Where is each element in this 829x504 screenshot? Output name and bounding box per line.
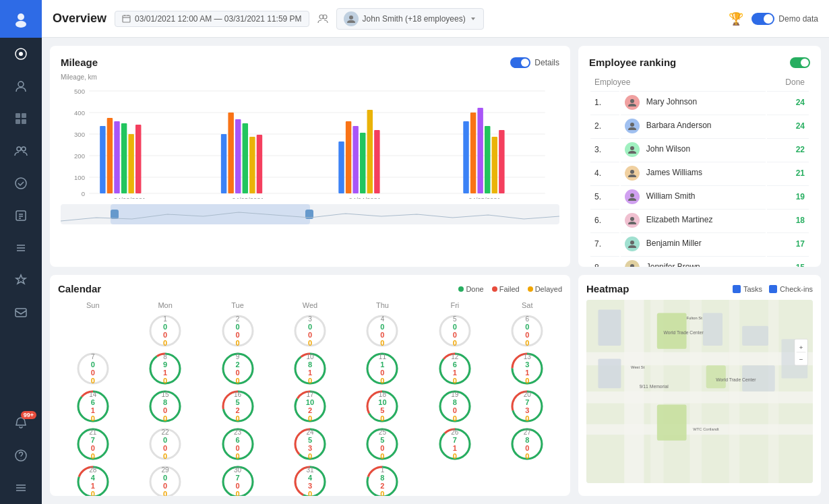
list-item[interactable]: 23 6 0 0 bbox=[203, 427, 272, 462]
done-count: 21 bbox=[767, 162, 809, 184]
svg-rect-66 bbox=[463, 121, 468, 193]
sidebar-item-menu[interactable] bbox=[0, 472, 42, 504]
list-item[interactable]: 13 3 1 0 bbox=[493, 351, 562, 386]
svg-point-75 bbox=[630, 146, 634, 150]
legend-failed: Failed bbox=[499, 285, 520, 293]
notifications-icon[interactable]: 99+ bbox=[0, 407, 42, 439]
list-item[interactable]: 22 0 0 0 bbox=[130, 427, 199, 462]
table-row: 5. William Smith 19 bbox=[590, 185, 809, 208]
mileage-card: Mileage Details Mileage, km 500 bbox=[50, 46, 570, 267]
list-item[interactable]: 11 1 0 0 bbox=[348, 351, 417, 386]
list-item[interactable]: 1 8 2 0 bbox=[348, 464, 417, 496]
list-item[interactable]: 26 7 1 0 bbox=[420, 427, 489, 462]
list-item[interactable]: 29 0 0 0 bbox=[130, 464, 199, 496]
list-item[interactable]: 17 10 2 0 bbox=[275, 389, 344, 424]
list-item[interactable]: 21 7 0 0 bbox=[58, 427, 127, 462]
list-item[interactable]: 4 0 0 0 bbox=[348, 313, 417, 348]
list-item[interactable]: 24 5 3 0 bbox=[275, 427, 344, 462]
list-item[interactable]: 18 10 5 0 bbox=[348, 389, 417, 424]
sidebar-item-help[interactable] bbox=[0, 439, 42, 472]
svg-rect-13 bbox=[16, 211, 26, 220]
svg-rect-172 bbox=[706, 365, 726, 388]
svg-rect-50 bbox=[135, 125, 141, 193]
list-item[interactable]: 15 8 0 0 bbox=[130, 389, 199, 424]
svg-rect-68 bbox=[477, 108, 483, 193]
list-item[interactable]: 6 0 0 0 bbox=[493, 313, 562, 348]
rank-number: 5. bbox=[590, 185, 619, 208]
calendar-day-header: Fri bbox=[420, 300, 489, 311]
list-item[interactable]: 19 8 0 0 bbox=[420, 389, 489, 424]
employee-selector[interactable]: John Smith (+18 employees) bbox=[336, 8, 484, 30]
sidebar-item-list[interactable] bbox=[0, 232, 42, 264]
svg-text:04/05/2021: 04/05/2021 bbox=[468, 197, 501, 199]
trophy-icon: 🏆 bbox=[729, 11, 743, 26]
details-toggle[interactable]: Details bbox=[510, 57, 559, 68]
svg-rect-61 bbox=[352, 126, 358, 193]
list-item[interactable]: 10 8 1 0 bbox=[275, 351, 344, 386]
sidebar-item-verify[interactable] bbox=[0, 264, 42, 296]
avatar bbox=[625, 213, 640, 228]
calendar-grid: SunMonTueWedThuFriSat 1 0 0 0 bbox=[58, 300, 562, 496]
page-title: Overview bbox=[53, 11, 106, 26]
rank-number: 6. bbox=[590, 209, 619, 231]
sidebar-item-team[interactable] bbox=[0, 135, 42, 167]
logo[interactable] bbox=[0, 0, 42, 38]
list-item[interactable]: 3 0 0 0 bbox=[275, 313, 344, 348]
svg-rect-168 bbox=[729, 300, 740, 483]
list-item[interactable]: 8 9 1 0 bbox=[130, 351, 199, 386]
employee-name-cell: Jennifer Brown bbox=[621, 256, 766, 267]
ranking-toggle[interactable] bbox=[790, 57, 810, 68]
svg-text:200: 200 bbox=[74, 153, 85, 160]
list-item[interactable]: 30 7 0 0 bbox=[203, 464, 272, 496]
done-count: 17 bbox=[767, 232, 809, 255]
list-item[interactable]: 14 6 1 0 bbox=[58, 389, 127, 424]
list-item[interactable]: 2 0 0 0 bbox=[203, 313, 272, 348]
avatar bbox=[625, 260, 640, 267]
demo-toggle-switch[interactable] bbox=[751, 13, 774, 25]
heatmap-map: World Trade Center 9/11 Memorial World T… bbox=[586, 300, 813, 483]
list-item[interactable]: 12 6 1 0 bbox=[420, 351, 489, 386]
details-toggle-switch[interactable] bbox=[510, 57, 530, 68]
list-item[interactable]: 25 5 0 0 bbox=[348, 427, 417, 462]
svg-rect-54 bbox=[235, 119, 241, 193]
checkins-checkbox[interactable]: Check-ins bbox=[769, 285, 813, 293]
sidebar-item-dashboard[interactable] bbox=[0, 102, 42, 135]
sidebar-item-profile[interactable] bbox=[0, 70, 42, 102]
sidebar-item-tasks[interactable] bbox=[0, 167, 42, 199]
list-item[interactable]: 20 7 3 0 bbox=[493, 389, 562, 424]
sidebar-item-messages[interactable] bbox=[0, 296, 42, 329]
tasks-checkbox[interactable]: Tasks bbox=[733, 285, 762, 293]
sidebar-item-overview[interactable] bbox=[0, 38, 42, 70]
table-row: 8. Jennifer Brown 15 bbox=[590, 256, 809, 267]
avatar bbox=[625, 189, 640, 204]
list-item[interactable]: 31 4 3 0 bbox=[275, 464, 344, 496]
list-item[interactable]: 27 8 0 0 bbox=[493, 427, 562, 462]
svg-point-5 bbox=[18, 82, 24, 87]
svg-rect-52 bbox=[221, 134, 226, 193]
chart-range-slider[interactable] bbox=[61, 204, 559, 224]
demo-toggle[interactable]: Demo data bbox=[751, 13, 818, 25]
svg-rect-57 bbox=[257, 135, 262, 193]
svg-rect-69 bbox=[485, 126, 490, 193]
rank-number: 2. bbox=[590, 115, 619, 137]
list-item[interactable]: 1 0 0 0 bbox=[130, 313, 199, 348]
legend-done: Done bbox=[466, 285, 483, 293]
svg-point-1 bbox=[18, 13, 24, 20]
svg-rect-46 bbox=[107, 118, 113, 193]
list-item[interactable]: 28 4 1 0 bbox=[58, 464, 127, 496]
calendar-day-header: Sun bbox=[58, 300, 127, 311]
list-item[interactable]: 16 5 2 0 bbox=[203, 389, 272, 424]
list-item[interactable]: 5 0 0 0 bbox=[420, 313, 489, 348]
list-item[interactable]: 7 0 0 0 bbox=[58, 351, 127, 386]
rank-number: 7. bbox=[590, 232, 619, 255]
calendar-card: Calendar Done Failed Delayed SunMonTueWe… bbox=[50, 275, 570, 496]
rank-number: 4. bbox=[590, 162, 619, 184]
list-item[interactable]: 9 2 0 0 bbox=[203, 351, 272, 386]
svg-point-74 bbox=[630, 123, 634, 127]
sidebar-item-reports[interactable] bbox=[0, 199, 42, 232]
svg-rect-9 bbox=[22, 119, 26, 124]
rank-number: 3. bbox=[590, 138, 619, 160]
calendar-day-header: Wed bbox=[275, 300, 344, 311]
date-range-picker[interactable]: 03/01/2021 12:00 AM — 03/31/2021 11:59 P… bbox=[115, 11, 309, 27]
demo-label: Demo data bbox=[778, 14, 818, 24]
